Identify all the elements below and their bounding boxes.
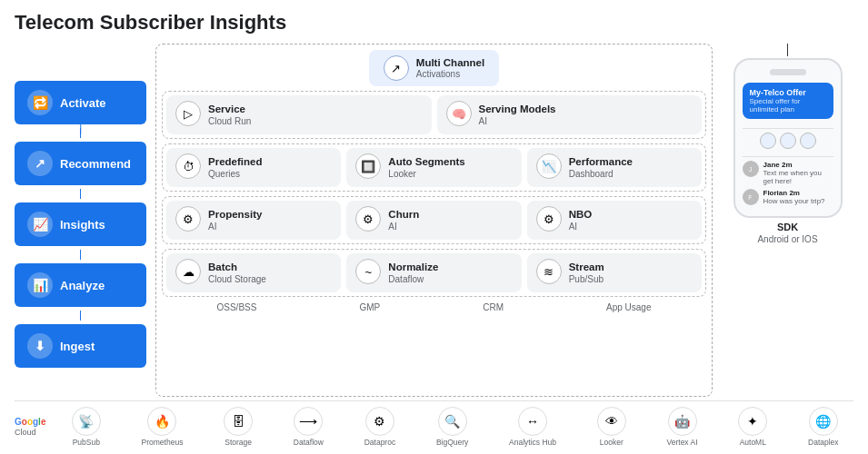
page-title: Telecom Subscriber Insights [15, 11, 853, 35]
autoseg-title: Auto Segments [388, 156, 464, 169]
storage-label: Storage [224, 438, 252, 447]
prometheus-label: Prometheus [142, 438, 184, 447]
perf-title: Performance [569, 156, 633, 169]
diagram-row-0: ↗ Multi Channel Activations [162, 50, 706, 86]
insights-icon: 📈 [27, 212, 53, 237]
bottom-icon-analyticshub[interactable]: ↔ Analytics Hub [509, 407, 556, 447]
sidebar: 🔁 Activate ↗ Recommend 📈 Insights [15, 44, 146, 397]
bottom-icon-automl[interactable]: ✦ AutoML [738, 407, 767, 447]
diagram-section: ↗ Multi Channel Activations ▷ Service [155, 44, 713, 397]
perf-icon: 📉 [536, 153, 562, 179]
diagram-row-1: ▷ Service Cloud Run 🧠 Serving Models AI [162, 91, 706, 139]
service-title: Service [208, 104, 251, 116]
phone-msg-name-jane: Jane 2m [763, 161, 833, 169]
bottom-icons: 📡 PubSub 🔥 Prometheus 🗄 Storage ⟶ Datafl… [56, 407, 853, 447]
sidebar-btn-insights[interactable]: 📈 Insights [15, 202, 146, 246]
batch-title: Batch [208, 262, 266, 274]
multi-channel-title: Multi Channel [416, 57, 484, 70]
phone-circle-2 [780, 133, 796, 149]
phone-msg-jane: J Jane 2m Text me when you get here! [743, 161, 833, 185]
phone-avatar-jane: J [743, 161, 759, 177]
phone-mockup: My-Telco Offer Special offer for unlimit… [722, 44, 853, 397]
normalize-icon: ~ [355, 259, 381, 284]
bottom-icon-dataplex[interactable]: 🌐 Dataplex [808, 407, 839, 447]
diagram-cell-batch: ☁ Batch Cloud Storage [166, 253, 341, 292]
phone-offer-title: My-Telco Offer [750, 88, 826, 97]
autoseg-sub: Looker [388, 169, 464, 179]
service-sub: Cloud Run [208, 116, 251, 126]
bottom-icon-dataflow[interactable]: ⟶ Dataflow [294, 407, 324, 447]
diagram-cell-autoseg: 🔲 Auto Segments Looker [346, 148, 521, 187]
phone-divider-2 [743, 156, 833, 157]
stream-title: Stream [569, 262, 604, 274]
diagram-row-3: ⚙ Propensity AI ⚙ Churn AI [162, 196, 706, 244]
pubsub-label: PubSub [73, 438, 100, 447]
activate-icon: 🔁 [27, 90, 53, 115]
dataproc-label: Dataproc [364, 438, 396, 447]
gcp-logo: Google Cloud [15, 417, 45, 437]
sidebar-btn-ingest[interactable]: ⬇ Ingest [15, 324, 146, 368]
churn-sub: AI [388, 222, 419, 232]
bottom-bar: Google Cloud 📡 PubSub 🔥 Prometheus 🗄 Sto… [15, 400, 853, 447]
multi-channel-icon: ↗ [384, 55, 409, 81]
label-crm: CRM [483, 302, 504, 312]
bigquery-label: BigQuery [436, 438, 468, 447]
diagram-cell-churn: ⚙ Churn AI [346, 201, 521, 240]
sidebar-btn-recommend-label: Recommend [60, 157, 131, 171]
phone-offer: My-Telco Offer Special offer for unlimit… [743, 83, 833, 119]
bottom-icon-looker[interactable]: 👁 Looker [597, 407, 626, 447]
nbo-sub: AI [569, 222, 593, 232]
sidebar-btn-analyze[interactable]: 📊 Analyze [15, 263, 146, 307]
sidebar-btn-activate[interactable]: 🔁 Activate [15, 81, 146, 124]
analyticshub-icon: ↔ [518, 407, 547, 436]
multi-channel-cell: ↗ Multi Channel Activations [369, 50, 499, 86]
prometheus-icon: 🔥 [147, 407, 176, 436]
bottom-icon-dataproc[interactable]: ⚙ Dataproc [364, 407, 396, 447]
dataplex-label: Dataplex [808, 438, 839, 447]
propensity-sub: AI [208, 222, 262, 232]
bottom-icon-pubsub[interactable]: 📡 PubSub [72, 407, 101, 447]
diagram-cell-predefined: ⏱ Predefined Queries [166, 148, 341, 187]
automl-label: AutoML [740, 438, 766, 447]
churn-icon: ⚙ [355, 206, 381, 232]
dataflow-icon: ⟶ [294, 407, 323, 436]
diagram-row-2: ⏱ Predefined Queries 🔲 Auto Segments Loo… [162, 143, 706, 192]
diagram-cell-perf: 📉 Performance Dashboard [527, 148, 702, 187]
bottom-icon-bigquery[interactable]: 🔍 BigQuery [436, 407, 468, 447]
bottom-icon-storage[interactable]: 🗄 Storage [224, 407, 253, 447]
multi-channel-sub: Activations [416, 69, 484, 79]
propensity-icon: ⚙ [175, 206, 201, 232]
analyze-icon: 📊 [27, 272, 53, 298]
automl-icon: ✦ [738, 407, 767, 436]
pubsub-icon: 📡 [72, 407, 101, 436]
page: Telecom Subscriber Insights 🔁 Activate ↗… [0, 0, 868, 454]
bottom-icon-prometheus[interactable]: 🔥 Prometheus [142, 407, 184, 447]
phone-circle-3 [800, 133, 816, 149]
churn-title: Churn [388, 209, 419, 222]
phone-avatar-florian: F [743, 189, 759, 205]
sidebar-btn-ingest-label: Ingest [60, 340, 95, 353]
phone-offer-sub: Special offer for unlimited plan [750, 97, 826, 114]
serving-title: Serving Models [479, 104, 556, 116]
normalize-title: Normalize [388, 262, 438, 274]
sidebar-btn-recommend[interactable]: ↗ Recommend [15, 142, 146, 185]
phone-msg-text-jane: Text me when you get here! [763, 169, 833, 185]
phone-msg-text-florian: How was your trip? [763, 197, 833, 205]
phone-notch [770, 69, 806, 75]
analyticshub-label: Analytics Hub [509, 438, 556, 447]
bottom-icon-vertexai[interactable]: 🤖 Vertex AI [667, 407, 698, 447]
diagram-labels: OSS/BSS GMP CRM App Usage [162, 301, 706, 312]
diagram-cell-normalize: ~ Normalize Dataflow [346, 253, 521, 292]
phone-arrow-line [787, 44, 789, 56]
dataflow-label: Dataflow [294, 438, 324, 447]
vertexai-label: Vertex AI [667, 438, 698, 447]
phone-os-label: Android or IOS [757, 234, 817, 244]
looker-icon: 👁 [597, 407, 626, 436]
label-gmp: GMP [359, 302, 380, 312]
phone-msg-content-florian: Florian 2m How was your trip? [763, 189, 833, 205]
vertexai-icon: 🤖 [668, 407, 697, 436]
stream-sub: Pub/Sub [569, 274, 604, 284]
phone-circles [760, 133, 816, 149]
serving-icon: 🧠 [446, 101, 472, 126]
serving-sub: AI [479, 116, 556, 126]
